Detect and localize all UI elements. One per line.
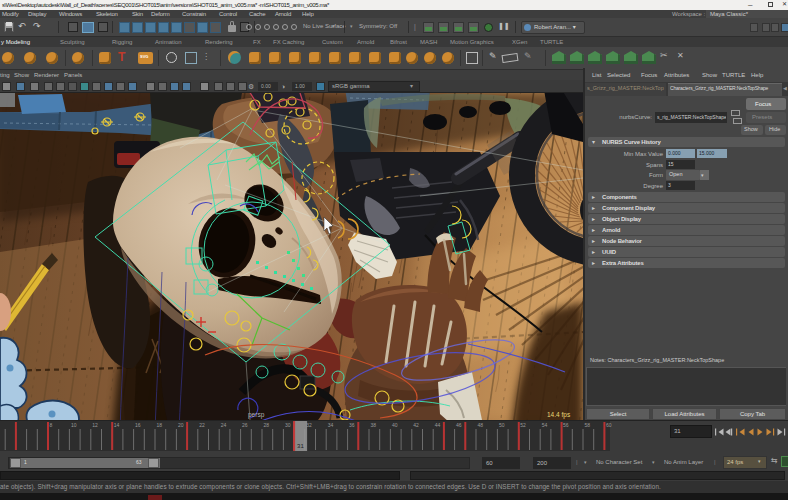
svg-text:58: 58 — [585, 422, 591, 428]
svg-text:14: 14 — [114, 422, 120, 428]
svg-text:50: 50 — [499, 422, 505, 428]
svg-text:16: 16 — [135, 422, 141, 428]
svg-text:54: 54 — [542, 422, 548, 428]
svg-text:48: 48 — [478, 422, 484, 428]
svg-text:24: 24 — [221, 422, 227, 428]
svg-text:8: 8 — [50, 422, 53, 428]
svg-text:34: 34 — [328, 422, 334, 428]
svg-text:14.4 fps: 14.4 fps — [547, 411, 571, 419]
svg-text:26: 26 — [242, 422, 248, 428]
svg-text:28: 28 — [264, 422, 270, 428]
svg-text:38: 38 — [371, 422, 377, 428]
svg-text:22: 22 — [199, 422, 205, 428]
svg-text:20: 20 — [178, 422, 184, 428]
svg-text:32: 32 — [306, 422, 312, 428]
svg-text:31: 31 — [297, 443, 304, 449]
svg-text:42: 42 — [413, 422, 419, 428]
svg-text:56: 56 — [563, 422, 569, 428]
svg-text:60: 60 — [606, 422, 612, 428]
svg-text:30: 30 — [285, 422, 291, 428]
svg-text:44: 44 — [435, 422, 441, 428]
svg-text:52: 52 — [520, 422, 526, 428]
svg-text:46: 46 — [456, 422, 462, 428]
svg-text:40: 40 — [392, 422, 398, 428]
svg-text:persp: persp — [248, 411, 265, 419]
svg-text:12: 12 — [92, 422, 98, 428]
svg-text:36: 36 — [349, 422, 355, 428]
svg-text:18: 18 — [157, 422, 163, 428]
svg-text:10: 10 — [71, 422, 77, 428]
